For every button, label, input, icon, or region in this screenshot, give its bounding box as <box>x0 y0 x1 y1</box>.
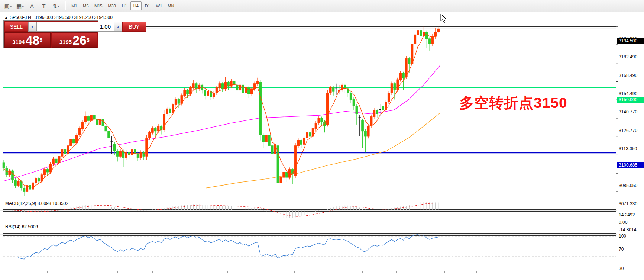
timeframe-buttons: M1M5M15M30H1H4D1W1MN <box>69 1 177 10</box>
volume-input[interactable] <box>36 22 114 32</box>
chart-title: ▲SP500-,H43196.000 3196.500 3191.250 319… <box>4 15 113 20</box>
price-tick: 3154.490 <box>619 91 637 96</box>
rsi-tick: 70 <box>619 247 624 252</box>
macd-tick: 14.2492 <box>619 212 635 218</box>
current-price-label: 3194.500 <box>617 38 644 44</box>
buy-button[interactable]: BUY <box>122 22 146 32</box>
price-tick: 3113.050 <box>619 146 637 151</box>
level-price-label: 3100.685 <box>617 162 644 168</box>
macd-values: 8.6098 10.3502 <box>38 201 68 206</box>
price-tick: 3140.770 <box>619 109 637 115</box>
price-tick: 3071.330 <box>619 201 637 206</box>
price-tick: 3168.490 <box>619 73 637 78</box>
macd-label: MACD(12,26,9) 8.6098 10.3502 <box>5 201 68 206</box>
macd-tick: -14.8014 <box>619 227 636 232</box>
buy-price-quote[interactable]: 3195 26 5 <box>52 32 98 48</box>
chart-tools-tool-icon[interactable]: ▨E <box>2 1 14 11</box>
buy-price-main: 3195 <box>59 38 72 46</box>
timeframe-h4-button[interactable]: H4 <box>130 1 142 10</box>
macd-plot <box>3 211 616 234</box>
chart-annotation-text: 多空转折点3150 <box>459 93 567 113</box>
toolbar-separator <box>65 1 66 10</box>
text-label-tool-icon[interactable]: A <box>26 1 38 11</box>
rsi-value: 62.5009 <box>22 224 38 229</box>
text-box-tool-icon[interactable]: T <box>38 1 50 11</box>
timeframe-m1-button[interactable]: M1 <box>69 1 80 10</box>
timeframe-m15-button[interactable]: M15 <box>92 1 105 10</box>
price-tick: 3126.770 <box>619 128 637 133</box>
collapse-triangle-icon[interactable]: ▲ <box>4 16 8 19</box>
sell-price-pips: 48 <box>26 34 40 46</box>
symbol-period-label: SP500-,H4 <box>10 15 32 20</box>
timeframe-h1-button[interactable]: H1 <box>119 1 130 10</box>
timeframe-m30-button[interactable]: M30 <box>105 1 118 10</box>
sell-price-main: 3194 <box>12 38 25 46</box>
volume-increase-button[interactable]: ▲ <box>114 22 122 32</box>
volume-decrease-button[interactable]: ▼ <box>28 22 36 32</box>
sell-price-fraction: 5 <box>39 33 42 48</box>
toolbar: ▨E▦FAT⇅▾ M1M5M15M30H1H4D1W1MN <box>0 0 644 12</box>
buy-price-pips: 26 <box>72 34 87 46</box>
rsi-tick: 100 <box>619 234 626 239</box>
arrange-tool-icon[interactable]: ⇅▾ <box>50 1 62 11</box>
timeframe-mn-button[interactable]: MN <box>165 1 177 10</box>
level-price-label: 3150.000 <box>617 97 644 103</box>
grid-tool-icon[interactable]: ▦F <box>14 1 26 11</box>
timeframe-m5-button[interactable]: M5 <box>80 1 91 10</box>
price-tick: 3182.490 <box>619 54 637 59</box>
toolbar-tool-buttons: ▨E▦FAT⇅▾ <box>2 1 62 11</box>
mt4-chart-window: ▨E▦FAT⇅▾ M1M5M15M30H1H4D1W1MN 3196.21031… <box>0 0 644 280</box>
rsi-label: RSI(14) 62.5009 <box>5 224 38 229</box>
buy-price-fraction: 5 <box>87 33 90 48</box>
macd-tick: 0.00 <box>619 220 627 225</box>
ohlc-values: 3196.000 3196.500 3191.250 3194.500 <box>35 15 113 20</box>
one-click-trade-panel: SELL ▼ ▲ BUY 3194 48 5 3195 26 5 <box>3 20 98 48</box>
timeframe-d1-button[interactable]: D1 <box>142 1 153 10</box>
timeframe-w1-button[interactable]: W1 <box>153 1 165 10</box>
price-tick: 3085.050 <box>619 183 637 188</box>
sell-price-quote[interactable]: 3194 48 5 <box>4 32 51 48</box>
chart-area: 3196.2103182.4903168.4903154.4903140.770… <box>0 12 644 280</box>
rsi-tick: 30 <box>619 266 624 271</box>
rsi-plot <box>3 235 616 280</box>
price-axis: 3196.2103182.4903168.4903154.4903140.770… <box>617 26 644 280</box>
main-price-plot <box>3 26 616 210</box>
sell-button[interactable]: SELL <box>4 22 28 32</box>
